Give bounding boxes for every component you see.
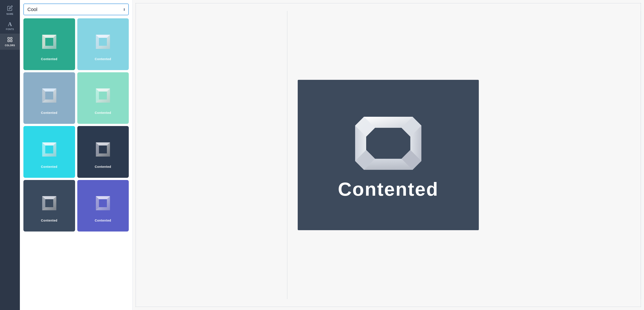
card-logo-1 — [34, 28, 65, 56]
color-card-3[interactable]: Contented — [24, 72, 75, 124]
svg-marker-33 — [99, 199, 107, 207]
svg-marker-29 — [45, 199, 53, 207]
svg-rect-1 — [10, 37, 12, 39]
svg-marker-25 — [99, 145, 107, 153]
card-logo-6 — [88, 135, 118, 164]
svg-marker-37 — [366, 128, 410, 159]
card-label-5: Contented — [41, 165, 58, 168]
color-card-2[interactable]: Contented — [77, 18, 129, 70]
color-scheme-dropdown-wrapper: Cool Warm Neutral Vibrant Pastel Dark ⬍ — [24, 4, 129, 15]
card-logo-5 — [34, 135, 65, 164]
color-card-1[interactable]: Contented — [24, 18, 75, 70]
card-logo-4 — [88, 81, 118, 110]
sidebar-item-name[interactable]: NAME — [0, 2, 20, 18]
color-card-5[interactable]: Contented — [24, 126, 75, 178]
svg-rect-0 — [8, 37, 10, 39]
card-logo-7 — [34, 189, 65, 217]
card-label-4: Contented — [95, 111, 111, 115]
canvas-area: Contented — [132, 0, 644, 310]
svg-rect-2 — [8, 40, 10, 42]
card-label-3: Contented — [41, 111, 58, 115]
color-panel: Cool Warm Neutral Vibrant Pastel Dark ⬍ — [20, 0, 132, 310]
svg-marker-9 — [99, 38, 107, 46]
color-card-6[interactable]: Contented — [77, 126, 129, 178]
sidebar: NAME A FONTS COLORS — [0, 0, 20, 310]
canvas-guide-right — [641, 11, 641, 299]
color-card-8[interactable]: Contented — [77, 180, 129, 232]
svg-rect-3 — [10, 40, 12, 42]
card-label-6: Contented — [95, 165, 111, 168]
sidebar-item-colors[interactable]: COLORS — [0, 34, 20, 50]
color-card-4[interactable]: Contented — [77, 72, 129, 124]
card-logo-3 — [34, 81, 65, 110]
preview-card: Contented — [298, 80, 479, 230]
canvas-guide-left — [287, 11, 287, 299]
color-scheme-dropdown[interactable]: Cool Warm Neutral Vibrant Pastel Dark — [24, 4, 129, 15]
svg-marker-21 — [45, 145, 53, 153]
name-icon — [7, 5, 13, 12]
preview-title: Contented — [338, 178, 438, 200]
card-label-7: Contented — [41, 219, 58, 222]
sidebar-label-colors: COLORS — [5, 44, 15, 47]
card-label-1: Contented — [41, 57, 58, 61]
card-label-8: Contented — [95, 219, 111, 222]
fonts-icon: A — [8, 22, 12, 27]
card-logo-8 — [88, 189, 118, 217]
svg-marker-13 — [45, 92, 53, 100]
color-card-7[interactable]: Contented — [24, 180, 75, 232]
svg-marker-17 — [99, 92, 107, 100]
color-card-grid: Contented Contented — [24, 18, 129, 231]
card-label-2: Contented — [95, 57, 111, 61]
sidebar-label-name: NAME — [6, 13, 13, 15]
card-logo-2 — [88, 28, 118, 56]
svg-marker-5 — [45, 38, 53, 46]
sidebar-label-fonts: FONTS — [6, 28, 14, 31]
preview-logo — [351, 110, 426, 176]
sidebar-item-fonts[interactable]: A FONTS — [0, 18, 20, 34]
colors-icon — [7, 37, 13, 43]
